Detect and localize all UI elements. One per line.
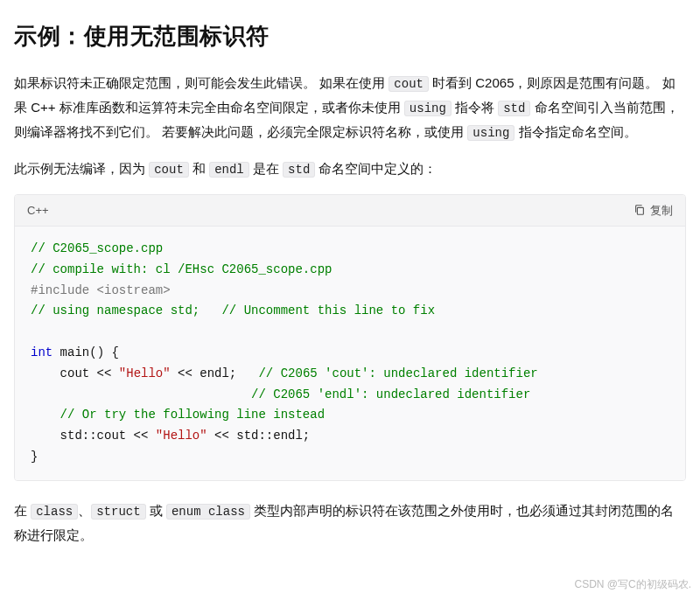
- code-content[interactable]: // C2065_scope.cpp // compile with: cl /…: [15, 227, 685, 480]
- svg-rect-0: [637, 208, 643, 215]
- text: 或: [146, 503, 166, 518]
- code-example-block: C++ 复制 // C2065_scope.cpp // compile wit…: [14, 194, 686, 481]
- inline-code-endl: endl: [209, 162, 249, 178]
- text: 指令将: [452, 100, 498, 115]
- code-header: C++ 复制: [15, 195, 685, 227]
- code-language-label: C++: [27, 200, 49, 220]
- inline-code-std: std: [283, 162, 315, 178]
- inline-code-struct: struct: [91, 504, 145, 520]
- text: 在: [14, 503, 31, 518]
- intro-paragraph-1: 如果标识符未正确限定范围，则可能会发生此错误。 如果在使用 cout 时看到 C…: [14, 71, 686, 145]
- text: 如果标识符未正确限定范围，则可能会发生此错误。 如果在使用: [14, 75, 388, 90]
- text: 指令指定命名空间。: [514, 124, 636, 139]
- inline-code-using-2: using: [467, 125, 514, 141]
- inline-code-class: class: [31, 504, 78, 520]
- copy-icon: [634, 204, 646, 216]
- copy-button[interactable]: 复制: [634, 200, 673, 220]
- text: 、: [78, 503, 91, 518]
- intro-paragraph-2: 此示例无法编译，因为 cout 和 endl 是在 std 命名空间中定义的：: [14, 157, 686, 181]
- text: 命名空间中定义的：: [315, 161, 437, 176]
- outro-paragraph: 在 class、struct 或 enum class 类型内部声明的标识符在该…: [14, 499, 686, 547]
- inline-code-enum-class: enum class: [166, 504, 250, 520]
- text: 和: [189, 161, 209, 176]
- text: 此示例无法编译，因为: [14, 161, 149, 176]
- inline-code-std: std: [498, 101, 530, 116]
- copy-label: 复制: [650, 200, 673, 220]
- inline-code-cout: cout: [388, 76, 429, 92]
- inline-code-using: using: [404, 101, 452, 116]
- page-title: 示例：使用无范围标识符: [14, 16, 686, 57]
- text: 是在: [249, 161, 283, 176]
- inline-code-cout: cout: [149, 162, 189, 178]
